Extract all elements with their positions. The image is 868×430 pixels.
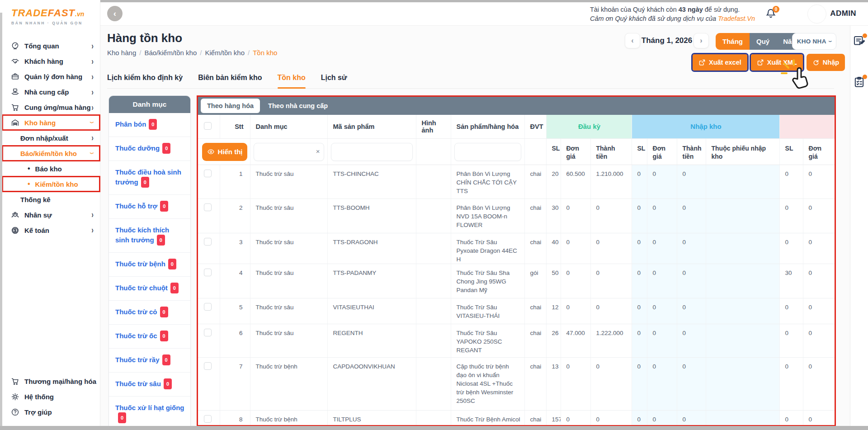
category-filter-input[interactable] — [254, 143, 324, 161]
sidebar-item-3[interactable]: Nhà cung cấp› — [2, 84, 100, 99]
row-checkbox[interactable] — [204, 269, 212, 276]
sidebar-bottom-item-1[interactable]: Hệ thống — [2, 389, 100, 404]
cell-dk_tt: 1.210.000 — [590, 165, 632, 198]
horizontal-scrollbar[interactable] — [0, 426, 868, 430]
category-item-1[interactable]: Thuốc dưỡng0 — [109, 137, 190, 161]
code-filter-input[interactable] — [331, 143, 413, 161]
category-label: Thuốc xử lí hạt giống — [115, 404, 184, 411]
sidebar-item-7[interactable]: Báo/kiểm/tồn kho› — [2, 146, 100, 161]
category-item-3[interactable]: Thuốc hỗ trợ0 — [109, 194, 190, 218]
row-checkbox[interactable] — [204, 203, 212, 211]
breadcrumb-item-2[interactable]: Kiểm/tồn kho — [205, 49, 245, 57]
sidebar-item-0[interactable]: Tổng quan› — [2, 38, 100, 53]
category-item-10[interactable]: Thuốc trừ sâu0 — [109, 372, 190, 396]
category-item-8[interactable]: Thuốc trừ ốc0 — [109, 324, 190, 348]
tab-3[interactable]: Lịch sử — [321, 74, 347, 82]
export-excel-button[interactable]: Xuất excel — [693, 54, 747, 71]
product-filter-input[interactable] — [454, 143, 521, 161]
category-item-2[interactable]: Thuốc điều hoà sinh trưởng0 — [109, 161, 190, 194]
subcol-inbound-amount: Thành tiền — [677, 138, 706, 165]
category-item-7[interactable]: Thuốc trừ cỏ0 — [109, 300, 190, 324]
cell-image — [416, 298, 451, 324]
cell-code: CAPDAOONVIKHUAN — [327, 357, 416, 410]
subcol-inbound-qty: SL — [632, 138, 647, 165]
show-button[interactable]: Hiển thị — [202, 143, 247, 161]
tab-0[interactable]: Lịch kiểm kho định kỳ — [107, 74, 183, 82]
notifications-button[interactable]: 0 — [765, 8, 778, 21]
subcol-opening-qty: SL — [546, 138, 561, 165]
sidebar-item-10[interactable]: Thống kê — [2, 192, 100, 207]
chevron-right-icon: › — [700, 37, 702, 45]
category-item-6[interactable]: Thuốc trừ chuột0 — [109, 276, 190, 300]
row-checkbox[interactable] — [204, 329, 212, 336]
category-item-0[interactable]: Phân bón0 — [109, 113, 190, 137]
notes-alert-dot — [863, 33, 867, 38]
row-checkbox[interactable] — [204, 238, 212, 246]
cell-xk_sl: 0 — [779, 198, 803, 233]
cell-nk_tt: 0 — [677, 165, 706, 198]
category-count-badge: 0 — [160, 201, 168, 212]
notes-shortcut-button[interactable] — [853, 35, 865, 47]
category-item-11[interactable]: Thuốc xử lí hạt giống0 — [109, 396, 190, 430]
sidebar-item-4[interactable]: Cung ứng/mua hàng› — [2, 99, 100, 115]
row-checkbox[interactable] — [204, 362, 212, 370]
category-count-badge: 0 — [157, 235, 165, 246]
cell-xk_sl: 0 — [779, 298, 803, 324]
table-row: 5Thuốc trừ sâuVITASIEUTHAIThuốc Trừ Sâu … — [198, 298, 835, 324]
clear-filter-icon[interactable]: × — [316, 147, 320, 155]
row-checkbox[interactable] — [204, 303, 212, 311]
cell-code: TTS-BOOMH — [327, 198, 416, 233]
row-checkbox[interactable] — [204, 170, 212, 177]
category-item-4[interactable]: Thuốc kích thích sinh trưởng0 — [109, 218, 190, 252]
select-all-checkbox[interactable] — [204, 122, 212, 130]
chevron-right-icon: › — [91, 71, 93, 81]
cell-xk_sl: 0 — [779, 357, 803, 410]
tab-2[interactable]: Tồn kho — [278, 74, 306, 82]
sidebar-item-9[interactable]: •Kiểm/tồn kho — [2, 176, 100, 192]
avatar[interactable] — [807, 5, 826, 24]
breadcrumb: Kho hàng/Báo/kiểm/tồn kho/Kiểm/tồn kho/T… — [107, 49, 277, 57]
breadcrumb-item-1[interactable]: Báo/kiểm/tồn kho — [144, 49, 197, 57]
sidebar-item-12[interactable]: Kế toán› — [2, 222, 100, 238]
sidebar-bottom-item-2[interactable]: Trợ giúp — [2, 404, 100, 420]
group-header-inbound: Nhập kho — [632, 115, 779, 138]
cell-product: Thuốc Trừ Sâu YAPOKO 250SC REGANT — [451, 324, 524, 357]
cell-category: Thuốc trừ sâu — [250, 324, 327, 357]
account-notice: Tài khoản của Quý khách còn 43 ngày để s… — [590, 5, 755, 23]
category-item-9[interactable]: Thuốc trừ rầy0 — [109, 348, 190, 372]
period-mode-0[interactable]: Tháng — [716, 33, 750, 50]
brand-link[interactable]: Tradefast.Vn — [718, 15, 755, 22]
breadcrumb-item-0[interactable]: Kho hàng — [107, 49, 136, 57]
cell-nk_sl: 0 — [632, 324, 647, 357]
cell-nk_tt: 0 — [677, 324, 706, 357]
sidebar-item-11[interactable]: Nhân sự› — [2, 207, 100, 222]
table-filter-row: Hiển thị × SL Đơn giá Thành tiền SL Đơn … — [198, 138, 835, 165]
sidebar-item-5[interactable]: Kho hàng› — [2, 115, 100, 130]
sidebar-bottom-item-0[interactable]: Thương mại/hàng hóa — [2, 373, 100, 389]
sidebar-item-1[interactable]: Khách hàng› — [2, 53, 100, 69]
next-month-button[interactable]: › — [693, 33, 709, 48]
category-item-5[interactable]: Thuốc trừ bệnh0 — [109, 252, 190, 276]
cell-dk_tt: 0 — [590, 198, 632, 233]
breadcrumb-item-3[interactable]: Tồn kho — [253, 49, 277, 57]
sidebar-item-8[interactable]: •Báo kho — [2, 161, 100, 176]
row-checkbox[interactable] — [204, 415, 212, 423]
export-xml-button[interactable]: Xuất XML — [751, 54, 803, 71]
col-header-unit: ĐVT — [524, 115, 546, 138]
tasks-shortcut-button[interactable] — [853, 76, 865, 88]
sidebar-item-6[interactable]: Đơn nhập/xuất› — [2, 130, 100, 146]
category-label: Thuốc trừ rầy — [115, 356, 160, 364]
sidebar-item-2[interactable]: Quản lý đơn hàng› — [2, 69, 100, 84]
view-tab-0[interactable]: Theo hàng hóa — [201, 99, 260, 113]
import-button[interactable]: Nhập — [807, 54, 845, 71]
warehouse-dropdown[interactable]: KHO NHA › — [792, 33, 836, 50]
prev-month-button[interactable]: ‹ — [625, 33, 640, 48]
view-tab-1[interactable]: Theo nhà cung cấp — [262, 99, 334, 113]
cell-nk_sl: 0 — [632, 410, 647, 426]
col-header-product: Sản phẩm/hàng hóa — [451, 115, 524, 138]
back-button[interactable]: ‹ — [107, 6, 123, 21]
cell-unit: chai — [524, 410, 546, 426]
tab-1[interactable]: Biên bản kiểm kho — [198, 74, 262, 82]
left-scrollbar[interactable] — [0, 13, 2, 426]
period-mode-1[interactable]: Quý — [750, 33, 776, 50]
